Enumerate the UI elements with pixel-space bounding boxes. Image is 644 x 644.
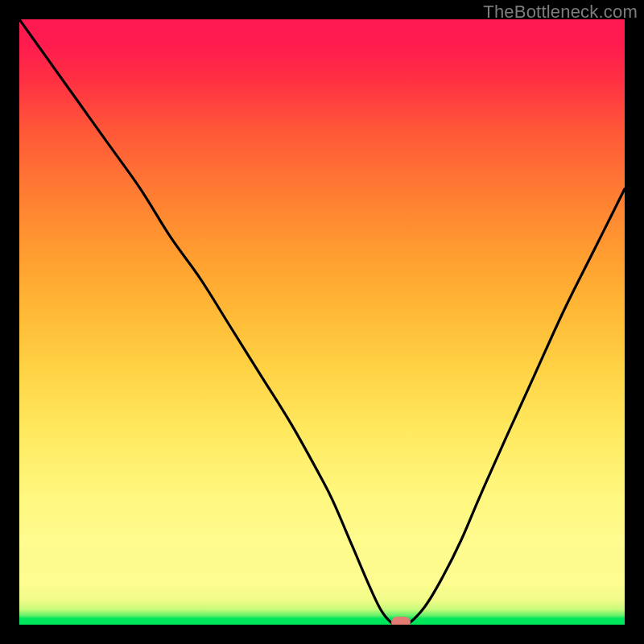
- watermark-text: TheBottleneck.com: [483, 2, 638, 23]
- bottleneck-curve: [19, 19, 625, 625]
- optimal-point-marker: [391, 617, 411, 625]
- chart-frame: TheBottleneck.com: [0, 0, 644, 644]
- plot-area: [19, 19, 625, 625]
